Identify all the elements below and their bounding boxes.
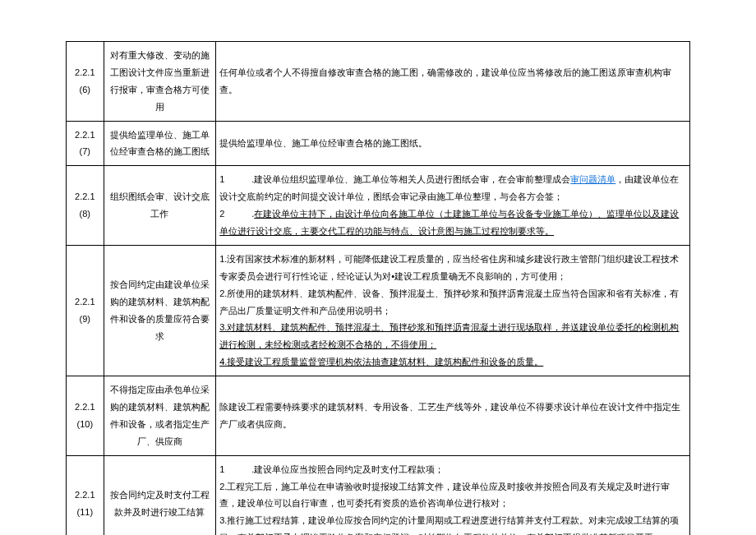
row-content: 任何单位或者个人不得擅自修改审查合格的施工图，确需修改的，建设单位应当将修改后的…: [216, 42, 690, 122]
row-content: 提供给监理单位、施工单位经审查合格的施工图纸。: [216, 121, 690, 166]
content-underline: 4.接受建设工程质量监督管理机构依法抽查建筑材料、建筑构配件和设备的质量。: [219, 357, 543, 367]
row-content: 1 .建设单位组织监理单位、施工单位等相关人员进行图纸会审，在会审前整理成会审问…: [216, 166, 690, 246]
content-text: 1.没有国家技术标准的新材料，可能降低建设工程质量的，应当经省住房和城乡建设行政…: [219, 254, 679, 281]
row-title: 按合同约定及时支付工程款并及时进行竣工结算: [104, 455, 216, 535]
content-text: 3.推行施工过程结算，建设单位应按合同约定的计量周期或工程进度进行结算并支付工程…: [219, 515, 679, 535]
content-text: 1 .建设单位组织监理单位、施工单位等相关人员进行图纸会审，在会审前整理成会: [219, 174, 570, 184]
row-id-sub: (6): [70, 81, 100, 99]
row-id-sub: (11): [70, 504, 100, 521]
content-line: 2 .在建设单位主持下，由设计单位向各施工单位（土建施工单位与各设备专业施工单位…: [219, 205, 686, 240]
content-text: 2.工程完工后，施工单位在申请验收时提报竣工结算文件，建设单位应及时接收并按照合…: [219, 482, 670, 509]
table-row: 2.2.1(8)组织图纸会审、设计交底工作1 .建设单位组织监理单位、施工单位等…: [67, 166, 690, 246]
content-text: 2 .: [219, 209, 254, 219]
table-row: 2.2.1(11)按合同约定及时支付工程款并及时进行竣工结算1 .建设单位应当按…: [67, 455, 690, 535]
row-id: 2.2.1(10): [67, 376, 104, 456]
row-id-section: 2.2.1: [70, 399, 100, 416]
row-id: 2.2.1(8): [67, 166, 104, 246]
row-id: 2.2.1(9): [67, 245, 104, 376]
row-title: 对有重大修改、变动的施工图设计文件应当重新进行报审，审查合格方可使用: [104, 42, 216, 122]
row-content: 除建设工程需要特殊要求的建筑材料、专用设备、工艺生产线等外，建设单位不得要求设计…: [216, 376, 690, 456]
row-id-section: 2.2.1: [70, 188, 100, 205]
row-id-sub: (7): [70, 143, 100, 160]
content-line: 1.没有国家技术标准的新材料，可能降低建设工程质量的，应当经省住房和城乡建设行政…: [219, 251, 686, 285]
content-underline: 在建设单位主持下，由设计单位向各施工单位（土建施工单位与各设备专业施工单位）、监…: [219, 209, 679, 236]
row-id: 2.2.1(7): [67, 121, 104, 166]
content-underline: 3.对建筑材料、建筑构配件、预拌混凝土、预拌砂浆和预拌沥青混凝土进行现场取样，并…: [219, 322, 679, 349]
row-id-section: 2.2.1: [70, 64, 100, 81]
row-title: 不得指定应由承包单位采购的建筑材料、建筑构配件和设备，或者指定生产厂、供应商: [104, 376, 216, 456]
content-text: 2.所使用的建筑材料、建筑构配件、设备、预拌混凝土、预拌砂浆和预拌沥青混凝土应当…: [219, 288, 679, 316]
row-id: 2.2.1(6): [67, 42, 104, 122]
table-row: 2.2.1(9)按合同约定由建设单位采购的建筑材料、建筑构配件和设备的质量应符合…: [67, 245, 690, 376]
table-row: 2.2.1(10)不得指定应由承包单位采购的建筑材料、建筑构配件和设备，或者指定…: [67, 376, 690, 456]
content-line: 3.对建筑材料、建筑构配件、预拌混凝土、预拌砂浆和预拌沥青混凝土进行现场取样，并…: [219, 319, 686, 353]
content-text: 1 .建设单位应当按照合同约定及时支付工程款项；: [219, 464, 444, 474]
row-id-sub: (8): [70, 205, 100, 223]
regulation-table: 2.2.1(6)对有重大修改、变动的施工图设计文件应当重新进行报审，审查合格方可…: [66, 41, 690, 535]
content-line: 2.所使用的建筑材料、建筑构配件、设备、预拌混凝土、预拌砂浆和预拌沥青混凝土应当…: [219, 285, 686, 320]
row-id-sub: (9): [70, 311, 100, 328]
row-content: 1.没有国家技术标准的新材料，可能降低建设工程质量的，应当经省住房和城乡建设行政…: [216, 245, 690, 376]
row-title: 组织图纸会审、设计交底工作: [104, 166, 216, 246]
row-id-sub: (10): [70, 416, 100, 433]
row-id: 2.2.1(11): [67, 455, 104, 535]
content-line: 4.接受建设工程质量监督管理机构依法抽查建筑材料、建筑构配件和设备的质量。: [219, 353, 686, 371]
row-content: 1 .建设单位应当按照合同约定及时支付工程款项；2.工程完工后，施工单位在申请验…: [216, 455, 690, 535]
content-line: 3.推行施工过程结算，建设单位应按合同约定的计量周期或工程进度进行结算并支付工程…: [219, 512, 686, 535]
table-row: 2.2.1(6)对有重大修改、变动的施工图设计文件应当重新进行报审，审查合格方可…: [67, 42, 690, 122]
row-title: 提供给监理单位、施工单位经审查合格的施工图纸: [104, 121, 216, 166]
row-id-section: 2.2.1: [70, 487, 100, 504]
row-id-section: 2.2.1: [70, 293, 100, 311]
content-line: 1 .建设单位应当按照合同约定及时支付工程款项；: [219, 461, 686, 478]
content-link[interactable]: 审问题清单: [570, 174, 615, 184]
table-row: 2.2.1(7)提供给监理单位、施工单位经审查合格的施工图纸提供给监理单位、施工…: [67, 121, 690, 166]
content-line: 2.工程完工后，施工单位在申请验收时提报竣工结算文件，建设单位应及时接收并按照合…: [219, 478, 686, 513]
row-id-section: 2.2.1: [70, 127, 100, 144]
row-title: 按合同约定由建设单位采购的建筑材料、建筑构配件和设备的质量应符合要求: [104, 245, 216, 376]
content-line: 1 .建设单位组织监理单位、施工单位等相关人员进行图纸会审，在会审前整理成会审问…: [219, 171, 686, 205]
